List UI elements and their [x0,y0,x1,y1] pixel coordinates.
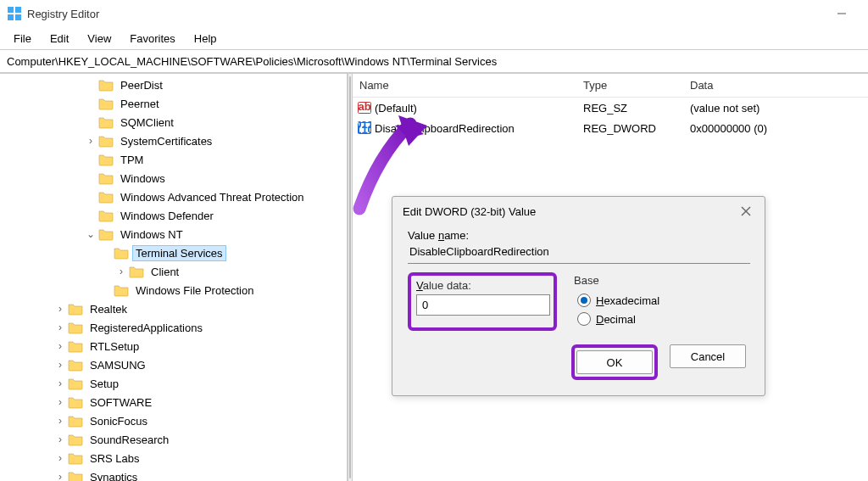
menu-bar: File Edit View Favorites Help [0,27,868,49]
base-label: Base [574,274,749,287]
tree-item[interactable]: ›Setup [0,374,347,393]
tree-item[interactable]: Peernet [0,94,347,113]
value-name: (Default) [375,102,417,115]
minimize-button[interactable] [822,1,861,26]
tree-label: Windows File Protection [133,283,256,298]
folder-icon [114,283,129,297]
folder-icon [68,433,83,446]
expand-icon[interactable]: › [54,303,66,315]
dialog-close-button[interactable] [737,203,754,220]
tree-label: Realtek [87,302,130,316]
expand-icon[interactable]: › [54,340,66,352]
folder-icon [68,377,83,390]
tree-item[interactable]: ›Client [0,262,347,281]
tree-label: RegisteredApplications [87,321,205,335]
tree-item[interactable]: ›SOFTWARE [0,393,347,411]
expand-icon[interactable]: › [54,415,66,427]
col-type[interactable]: Type [576,79,683,92]
expand-icon[interactable]: › [54,396,66,408]
value-data-group: Value data: [408,272,557,331]
tree-label: PeerDist [118,78,165,92]
expand-icon[interactable]: › [54,322,66,333]
tree-label: SOFTWARE [87,395,154,410]
radio-decimal[interactable]: Decimal [574,312,749,326]
svg-rect-1 [15,7,21,13]
expand-icon[interactable]: › [54,433,66,445]
folder-icon [68,451,83,465]
menu-edit[interactable]: Edit [42,30,77,48]
expand-icon[interactable] [85,79,97,91]
folder-icon [98,227,114,241]
value-type: REG_DWORD [576,122,683,135]
expand-icon[interactable] [85,210,97,221]
cancel-button[interactable]: Cancel [670,344,746,368]
tree-item[interactable]: ›RegisteredApplications [0,318,347,337]
expand-icon[interactable] [100,247,112,259]
tree-item[interactable]: Windows File Protection [0,281,347,299]
title-bar: Registry Editor [0,0,868,27]
tree-item[interactable]: ›SystemCertificates [0,131,347,150]
expand-icon[interactable] [85,191,97,203]
menu-favorites[interactable]: Favorites [121,30,183,48]
tree-item[interactable]: ⌄Windows NT [0,225,347,243]
tree-item[interactable]: ›SoundResearch [0,430,347,449]
tree-item[interactable]: Windows Defender [0,206,347,225]
folder-icon [98,171,114,185]
tree-item[interactable]: ›SAMSUNG [0,355,347,374]
menu-view[interactable]: View [79,30,120,48]
expand-icon[interactable]: › [85,135,97,147]
tree-item[interactable]: ›SonicFocus [0,411,347,430]
expand-icon[interactable] [85,172,97,184]
expand-icon[interactable] [85,154,97,165]
tree-label: SAMSUNG [87,358,148,372]
tree-label: SRS Labs [87,451,142,466]
tree-label: SystemCertificates [118,134,214,148]
tree-label: Terminal Services [133,246,225,260]
radio-hexadecimal[interactable]: Hexadecimal [574,294,749,307]
value-name-field[interactable]: DisableClipboardRedirection [408,245,750,264]
edit-dword-dialog: Edit DWORD (32-bit) Value Value name: Di… [392,196,765,396]
expand-icon[interactable]: › [54,452,66,464]
tree-item[interactable]: Windows [0,169,347,187]
tree-item[interactable]: PeerDist [0,76,347,94]
tree-label: Client [148,265,181,279]
col-name[interactable]: Name [353,79,576,92]
value-row[interactable]: 011110DisableClipboardRedirectionREG_DWO… [353,118,868,138]
tree-pane[interactable]: PeerDistPeernetSQMClient›SystemCertifica… [0,74,348,481]
expand-icon[interactable]: ⌄ [85,228,97,240]
expand-icon[interactable]: › [54,378,66,389]
expand-icon[interactable] [85,116,97,128]
radio-icon [577,294,591,307]
ok-button[interactable]: OK [576,350,653,374]
value-row[interactable]: ab(Default)REG_SZ(value not set) [353,98,868,118]
value-data-input[interactable] [416,294,550,316]
app-icon [7,6,22,21]
tree-label: Windows NT [118,227,186,242]
expand-icon[interactable]: › [115,266,127,277]
menu-help[interactable]: Help [186,30,225,48]
ok-highlight: OK [571,344,658,380]
tree-item[interactable]: TPM [0,150,347,169]
folder-icon [68,302,83,316]
expand-icon[interactable] [85,98,97,109]
expand-icon[interactable] [100,284,112,296]
tree-label: RTLSetup [87,339,142,354]
address-text: Computer\HKEY_LOCAL_MACHINE\SOFTWARE\Pol… [7,55,497,68]
value-data: 0x00000000 (0) [683,122,868,135]
tree-item[interactable]: ›Realtek [0,299,347,318]
svg-text:ab: ab [358,101,370,113]
expand-icon[interactable]: › [54,471,66,481]
tree-item[interactable]: Terminal Services [0,243,347,262]
menu-file[interactable]: File [5,30,40,48]
tree-item[interactable]: ›SRS Labs [0,449,347,467]
folder-icon [98,78,114,92]
tree-item[interactable]: ›Synaptics [0,467,347,481]
address-bar[interactable]: Computer\HKEY_LOCAL_MACHINE\SOFTWARE\Pol… [0,49,868,73]
folder-icon [68,395,83,409]
tree-item[interactable]: Windows Advanced Threat Protection [0,187,347,206]
tree-item[interactable]: SQMClient [0,113,347,131]
svg-text:110: 110 [358,123,371,136]
tree-item[interactable]: ›RTLSetup [0,337,347,355]
expand-icon[interactable]: › [54,359,66,371]
col-data[interactable]: Data [683,79,868,92]
